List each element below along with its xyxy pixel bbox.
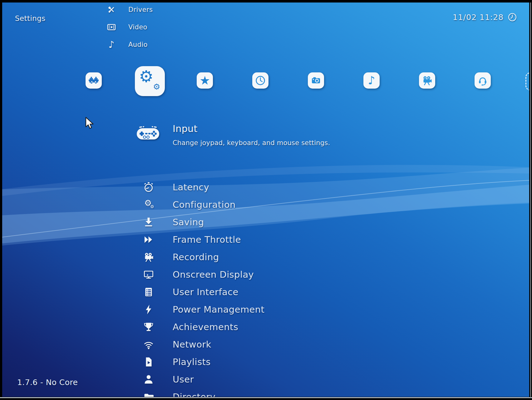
playlist-file-icon <box>140 357 157 367</box>
menu-item-drivers[interactable]: Drivers <box>103 2 153 18</box>
gears-icon: ⚙ ⚙ <box>140 198 157 211</box>
menu-item-configuration[interactable]: ⚙ ⚙ Configuration <box>140 196 236 213</box>
wrench-screwdriver-icon <box>103 5 120 14</box>
lightning-icon <box>140 304 157 315</box>
person-icon <box>140 374 157 385</box>
status-bar: 11/02 11:28 <box>453 12 517 22</box>
star-icon: ★ <box>200 75 210 86</box>
menu-item-power-management[interactable]: Power Management <box>140 301 264 318</box>
menu-item-label: Network <box>173 339 211 350</box>
menu-item-label: Recording <box>173 252 219 262</box>
menu-item-label: Video <box>128 23 147 31</box>
menu-item-label: Configuration <box>173 199 236 210</box>
menu-item-frame-throttle[interactable]: Frame Throttle <box>140 231 241 248</box>
screen-bottom-edge <box>0 397 532 398</box>
menu-item-recording[interactable]: Recording <box>140 248 219 266</box>
menu-item-video[interactable]: Video <box>103 18 147 36</box>
datetime-label: 11/02 11:28 <box>453 13 504 22</box>
menu-item-label: User Interface <box>173 287 239 297</box>
menu-item-label: Saving <box>173 217 204 227</box>
mouse-cursor <box>85 117 95 130</box>
menu-item-network[interactable]: Network <box>140 336 211 353</box>
menu-item-label: Achievements <box>173 322 238 332</box>
version-label: 1.7.6 - No Core <box>17 378 78 387</box>
gears-icon: ⚙ <box>153 83 160 91</box>
clock-status-icon <box>507 12 517 22</box>
page-title: Settings <box>15 14 46 22</box>
stopwatch-icon <box>140 182 157 193</box>
camera-icon <box>311 75 321 86</box>
headset-icon <box>477 75 488 86</box>
background-wave-ribbons <box>2 2 529 397</box>
gears-icon: ⚙ <box>139 68 154 85</box>
wifi-icon <box>140 339 157 350</box>
movie-camera-icon <box>422 75 432 86</box>
download-icon <box>140 217 157 227</box>
trophy-icon <box>140 322 157 332</box>
menu-item-label: Drivers <box>128 6 153 13</box>
menu-item-onscreen-display[interactable]: Onscreen Display <box>140 266 254 283</box>
tab-videos[interactable] <box>419 72 435 89</box>
menu-item-directory[interactable]: Directory <box>140 388 215 397</box>
film-strip-icon <box>103 23 120 32</box>
tab-history[interactable] <box>252 72 268 89</box>
menu-item-input-selected[interactable]: Input Change joypad, keyboard, and mouse… <box>136 126 160 143</box>
tab-favorites[interactable]: ★ <box>197 72 213 89</box>
menu-item-label: Onscreen Display <box>173 269 254 280</box>
menu-item-label: Audio <box>128 41 148 48</box>
tab-import-content[interactable] <box>525 72 529 90</box>
menu-item-label: Latency <box>173 182 209 193</box>
menu-item-user-interface[interactable]: User Interface <box>140 283 239 301</box>
menu-item-saving[interactable]: Saving <box>140 213 204 231</box>
gamepad-icon <box>136 126 160 142</box>
tab-netplay[interactable] <box>475 72 491 89</box>
selected-item-label: Input <box>173 123 198 134</box>
screen-right-edge <box>530 2 531 397</box>
menu-item-achievements[interactable]: Achievements <box>140 318 238 336</box>
menu-item-label: Directory <box>173 392 215 397</box>
monitor-icon <box>140 269 157 280</box>
menu-item-audio[interactable]: ♪ Audio <box>103 36 148 53</box>
menu-item-playlists[interactable]: Playlists <box>140 353 211 371</box>
tab-main-menu[interactable] <box>86 72 102 89</box>
menu-item-label: Power Management <box>173 304 264 315</box>
movie-camera-icon <box>140 252 157 262</box>
tab-settings[interactable]: ⚙ ⚙ <box>135 66 165 96</box>
menu-item-label: User <box>173 374 194 385</box>
retroarch-xmb-screen: { "header": { "title": "Settings", "date… <box>0 0 532 400</box>
fast-forward-icon <box>140 234 157 245</box>
retroarch-logo-icon <box>88 77 99 84</box>
folder-icon <box>140 392 157 397</box>
xmb-content: Settings 11/02 11:28 Drivers Video <box>2 2 529 397</box>
music-note-icon: ♪ <box>103 40 120 49</box>
menu-item-latency[interactable]: Latency <box>140 178 209 196</box>
menu-item-label: Frame Throttle <box>173 234 241 245</box>
menu-item-user[interactable]: User <box>140 371 194 388</box>
menu-item-label: Playlists <box>173 357 211 367</box>
selected-item-sublabel: Change joypad, keyboard, and mouse setti… <box>173 139 330 147</box>
list-document-icon <box>140 287 157 297</box>
tab-music[interactable]: ♪ <box>363 72 380 89</box>
tab-images[interactable] <box>308 72 324 89</box>
clock-icon <box>255 75 266 86</box>
music-note-icon: ♪ <box>368 75 375 86</box>
